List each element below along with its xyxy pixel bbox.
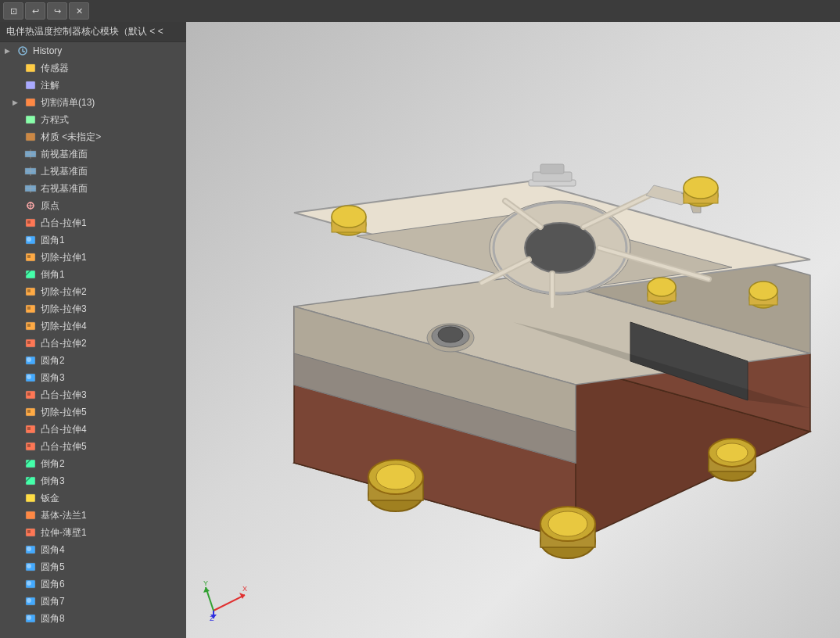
feature-icon-history (16, 45, 30, 57)
tree-label-right_plane: 右视基准面 (41, 182, 88, 195)
svg-rect-3 (26, 64, 35, 72)
svg-point-101 (749, 281, 777, 300)
svg-point-92 (438, 327, 463, 342)
tree-item-boss5[interactable]: 凸台-拉伸5 (0, 438, 186, 455)
feature-icon-fillet5 (23, 561, 38, 573)
expand-arrow-cutlist: ▶ (13, 99, 23, 106)
tree-item-origin[interactable]: 原点 (0, 197, 186, 214)
feature-icon-annotation (23, 79, 38, 91)
tree-item-chamfer1[interactable]: 倒角1 (0, 266, 186, 283)
feature-icon-front_plane (23, 148, 38, 160)
feature-icon-extruded_thin (23, 526, 38, 539)
tree-item-fillet3[interactable]: 圆角3 (0, 369, 186, 386)
tree-item-boss3[interactable]: 凸台-拉伸3 (0, 386, 186, 403)
feature-icon-fillet3 (23, 371, 38, 384)
tree-item-fillet4[interactable]: 圆角4 (0, 541, 186, 558)
tree-item-fillet2[interactable]: 圆角2 (0, 352, 186, 369)
tree-item-equation[interactable]: 方程式 (0, 111, 186, 128)
svg-point-61 (27, 581, 31, 586)
tree-item-fillet7[interactable]: 圆角7 (0, 593, 186, 610)
tree-item-baseflange[interactable]: 基体-法兰1 (0, 507, 186, 524)
tree-item-boss1[interactable]: 凸台-拉伸1 (0, 214, 186, 231)
svg-rect-6 (26, 116, 35, 124)
tree-item-cut1[interactable]: 切除-拉伸1 (0, 249, 186, 266)
tree-item-fillet8[interactable]: 圆角8 (0, 610, 186, 627)
feature-icon-chamfer3 (23, 475, 38, 487)
svg-rect-45 (27, 427, 31, 430)
feature-icon-sheetmetal (23, 492, 38, 504)
svg-rect-41 (27, 392, 31, 396)
tree-item-material[interactable]: 材质 <未指定> (0, 128, 186, 145)
tree-item-annotation[interactable]: 注解 (0, 77, 186, 94)
svg-point-63 (27, 598, 31, 603)
svg-point-65 (27, 615, 31, 620)
tree-label-cut4: 切除-拉伸4 (41, 320, 87, 333)
viewport[interactable]: X Y Z (186, 22, 840, 638)
feature-icon-fillet4 (23, 543, 38, 556)
svg-rect-25 (27, 255, 31, 258)
tree-item-extruded_thin[interactable]: 拉伸-薄壁1 (0, 524, 186, 541)
tree-item-boss2[interactable]: 凸台-拉伸2 (0, 335, 186, 352)
tree-item-fillet1[interactable]: 圆角1 (0, 231, 186, 249)
svg-marker-123 (203, 587, 210, 593)
tree-label-boss5: 凸台-拉伸5 (41, 440, 87, 453)
tree-item-sensor[interactable]: 传感器 (0, 59, 186, 77)
tree-label-equation: 方程式 (41, 113, 69, 127)
tree-label-boss3: 凸台-拉伸3 (41, 389, 87, 402)
feature-icon-origin (23, 199, 38, 212)
tree-label-front_plane: 前视基准面 (41, 148, 88, 161)
tree-item-fillet5[interactable]: 圆角5 (0, 558, 186, 575)
feature-icon-boss1 (23, 217, 38, 229)
svg-rect-29 (27, 289, 31, 292)
feature-icon-fillet1 (23, 234, 38, 246)
svg-point-23 (27, 237, 31, 242)
svg-point-116 (716, 443, 748, 462)
tree-item-chamfer2[interactable]: 倒角2 (0, 455, 186, 472)
tree-item-cutlist[interactable]: ▶ 切割清单(13) (0, 94, 186, 111)
coordinate-axes: X Y Z (202, 575, 249, 622)
toolbar-btn-4[interactable]: ✕ (69, 2, 89, 20)
svg-rect-4 (26, 81, 35, 89)
toolbar-btn-1[interactable]: ⊡ (3, 2, 23, 20)
tree-item-cut4[interactable]: 切除-拉伸4 (0, 317, 186, 335)
svg-point-39 (27, 375, 31, 379)
feature-icon-equation (23, 113, 38, 126)
svg-text:Y: Y (203, 579, 208, 587)
tree-label-material: 材质 <未指定> (41, 131, 101, 144)
svg-point-112 (548, 511, 587, 536)
left-panel: 电伴热温度控制器核心模块（默认 < < ▶ History 传感器 注解▶ 切割… (0, 22, 186, 638)
tree-item-front_plane[interactable]: 前视基准面 (0, 145, 186, 163)
tree-item-cut3[interactable]: 切除-拉伸3 (0, 300, 186, 317)
tree-label-chamfer3: 倒角3 (41, 475, 65, 488)
tree-label-cut5: 切除-拉伸5 (41, 406, 87, 419)
tree-item-cut5[interactable]: 切除-拉伸5 (0, 403, 186, 421)
tree-label-fillet5: 圆角5 (41, 561, 65, 574)
svg-point-104 (648, 278, 676, 296)
feature-icon-cut2 (23, 285, 38, 298)
tree-item-boss4[interactable]: 凸台-拉伸4 (0, 421, 186, 438)
toolbar-btn-3[interactable]: ↪ (47, 2, 67, 20)
svg-rect-31 (27, 306, 31, 310)
svg-point-59 (27, 564, 31, 568)
tree-item-right_plane[interactable]: 右视基准面 (0, 180, 186, 197)
tree-item-chamfer3[interactable]: 倒角3 (0, 472, 186, 489)
panel-header: 电伴热温度控制器核心模块（默认 < < (0, 22, 186, 42)
tree-label-annotation: 注解 (41, 79, 59, 92)
feature-icon-boss2 (23, 337, 38, 349)
svg-point-57 (27, 547, 31, 551)
svg-point-108 (376, 464, 415, 489)
svg-rect-47 (27, 444, 31, 447)
tree-label-fillet1: 圆角1 (41, 234, 65, 247)
tree-item-top_plane[interactable]: 上视基准面 (0, 163, 186, 180)
feature-icon-material (23, 131, 38, 143)
tree-item-cut2[interactable]: 切除-拉伸2 (0, 283, 186, 300)
toolbar-btn-2[interactable]: ↩ (25, 2, 45, 20)
tree-label-top_plane: 上视基准面 (41, 165, 88, 178)
tree-item-fillet6[interactable]: 圆角6 (0, 575, 186, 593)
svg-text:Z: Z (210, 615, 214, 622)
svg-rect-89 (540, 164, 564, 174)
tree-item-history[interactable]: ▶ History (0, 42, 186, 59)
tree-item-sheetmetal[interactable]: 钣金 (0, 489, 186, 507)
feature-tree[interactable]: ▶ History 传感器 注解▶ 切割清单(13) 方程式 材质 <未指定> … (0, 42, 186, 638)
tree-label-history: History (33, 45, 62, 56)
